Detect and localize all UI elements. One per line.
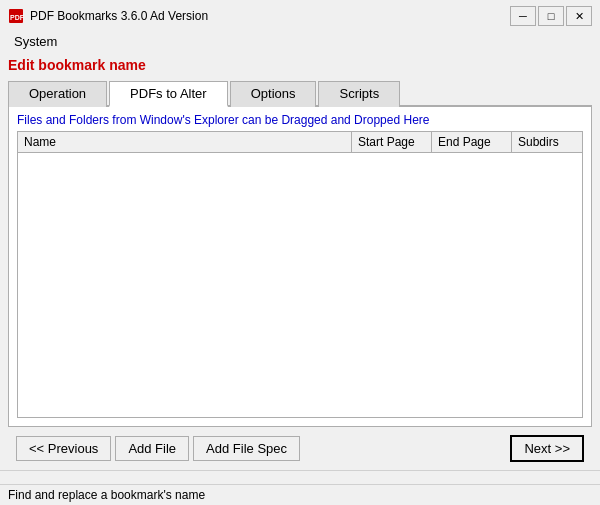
tab-scripts[interactable]: Scripts [318, 81, 400, 107]
add-file-spec-button[interactable]: Add File Spec [193, 436, 300, 461]
previous-button[interactable]: << Previous [16, 436, 111, 461]
col-subdirs: Subdirs [512, 132, 582, 152]
bottom-buttons: << Previous Add File Add File Spec Next … [8, 427, 592, 470]
add-file-button[interactable]: Add File [115, 436, 189, 461]
tab-options[interactable]: Options [230, 81, 317, 107]
close-button[interactable]: ✕ [566, 6, 592, 26]
tab-operation[interactable]: Operation [8, 81, 107, 107]
svg-text:PDF: PDF [10, 14, 24, 21]
scrollbar-area [0, 470, 600, 484]
col-start-page: Start Page [352, 132, 432, 152]
col-name: Name [18, 132, 352, 152]
maximize-button[interactable]: □ [538, 6, 564, 26]
title-bar-title: PDF Bookmarks 3.6.0 Ad Version [30, 9, 208, 23]
title-bar-left: PDF PDF Bookmarks 3.6.0 Ad Version [8, 8, 208, 24]
pdf-icon: PDF [8, 8, 24, 24]
tabs: Operation PDFs to Alter Options Scripts [8, 79, 592, 107]
title-bar-controls: ─ □ ✕ [510, 6, 592, 26]
status-bar: Find and replace a bookmark's name [0, 484, 600, 505]
tab-pdfs-to-alter[interactable]: PDFs to Alter [109, 81, 228, 107]
menu-system[interactable]: System [8, 32, 63, 51]
window-body: Edit bookmark name Operation PDFs to Alt… [0, 53, 600, 470]
edit-bookmark-label: Edit bookmark name [8, 57, 592, 73]
next-button[interactable]: Next >> [510, 435, 584, 462]
tab-content: Files and Folders from Window's Explorer… [8, 107, 592, 427]
title-bar: PDF PDF Bookmarks 3.6.0 Ad Version ─ □ ✕ [0, 0, 600, 30]
file-table: Name Start Page End Page Subdirs [17, 131, 583, 418]
menu-bar: System [0, 30, 600, 53]
col-end-page: End Page [432, 132, 512, 152]
table-header: Name Start Page End Page Subdirs [18, 132, 582, 153]
table-body [18, 153, 582, 417]
drag-hint: Files and Folders from Window's Explorer… [9, 107, 591, 131]
status-text: Find and replace a bookmark's name [8, 488, 205, 502]
minimize-button[interactable]: ─ [510, 6, 536, 26]
